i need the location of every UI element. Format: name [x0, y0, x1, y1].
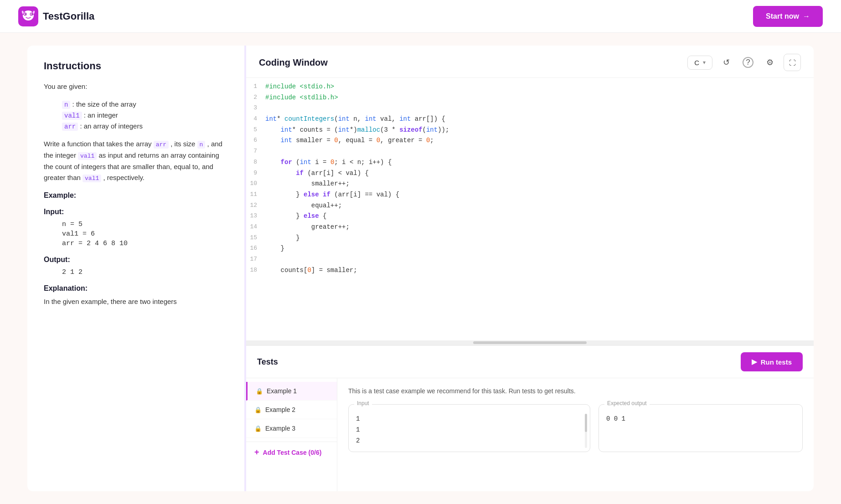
- code-line-9: 9 if (arr[i] < val) {: [246, 168, 814, 179]
- chevron-down-icon: ▾: [703, 59, 706, 66]
- code-line-18: 18 counts[0] = smaller;: [246, 265, 814, 276]
- input-line-arr: arr = 2 4 6 8 10: [62, 240, 228, 247]
- language-label: C: [694, 59, 699, 67]
- input-box: Input 112: [348, 404, 590, 452]
- code-line-16: 16 }: [246, 243, 814, 254]
- lock-icon-1: 🔒: [256, 388, 263, 395]
- code-line-7: 7: [246, 146, 814, 157]
- main-container: Instructions You are given: n : the size…: [27, 46, 814, 491]
- lock-icon-3: 🔒: [254, 425, 262, 432]
- example-label: Example:: [44, 191, 228, 200]
- play-icon: ▶: [752, 358, 757, 366]
- code-line-12: 12 equal++;: [246, 201, 814, 211]
- tests-header: Tests ▶ Run tests: [246, 346, 814, 378]
- run-tests-button[interactable]: ▶ Run tests: [741, 352, 803, 371]
- tests-title: Tests: [257, 357, 278, 367]
- code-line-15: 15 }: [246, 233, 814, 244]
- instructions-body: Write a function that takes the array ar…: [44, 139, 228, 183]
- code-line-1: 1 #include <stdio.h>: [246, 82, 814, 93]
- instructions-panel: Instructions You are given: n : the size…: [27, 46, 246, 491]
- lock-icon-2: 🔒: [254, 406, 262, 413]
- code-line-5: 5 int* counts = (int*)malloc(3 * sizeof(…: [246, 125, 814, 136]
- io-row: Input 112 Expected output 0 0 1: [348, 404, 803, 452]
- input-scrollbar[interactable]: [585, 414, 587, 448]
- code-line-17: 17: [246, 254, 814, 265]
- tests-section: Tests ▶ Run tests 🔒 Example 1 🔒 Example …: [246, 345, 814, 491]
- svg-point-7: [31, 14, 32, 15]
- test-cases-list: 🔒 Example 1 🔒 Example 2 🔒 Example 3 +: [246, 378, 337, 491]
- input-line-n: n = 5: [62, 221, 228, 228]
- test-case-label-2: Example 2: [265, 406, 295, 413]
- input-label: Input:: [44, 208, 228, 216]
- fullscreen-button[interactable]: ⛶: [784, 54, 801, 71]
- code-line-13: 13 } else {: [246, 211, 814, 222]
- instructions-title: Instructions: [44, 60, 228, 72]
- code-line-6: 6 int smaller = 0, equal = 0, greater = …: [246, 135, 814, 146]
- test-case-label-3: Example 3: [265, 425, 295, 432]
- code-line-14: 14 greater++;: [246, 222, 814, 233]
- help-icon: ?: [743, 57, 753, 68]
- logo-text: TestGorilla: [43, 10, 94, 22]
- expected-output-content: 0 0 1: [606, 414, 795, 425]
- test-case-label-1: Example 1: [267, 387, 297, 395]
- settings-icon: ⚙: [766, 57, 774, 67]
- arrow-right-icon: →: [803, 12, 810, 21]
- fullscreen-icon: ⛶: [789, 59, 796, 67]
- code-line-4: 4 int* countIntegers(int n, int val, int…: [246, 114, 814, 125]
- coding-window: Coding Window C ▾ ↺ ? ⚙: [246, 46, 814, 345]
- coding-header: Coding Window C ▾ ↺ ? ⚙: [246, 46, 814, 78]
- param-block: n : the size of the array val1 : an inte…: [62, 100, 228, 130]
- coding-title: Coding Window: [259, 57, 328, 68]
- test-detail: This is a test case example we recommend…: [337, 378, 814, 491]
- param-val1: val1 : an integer: [62, 111, 228, 119]
- settings-button[interactable]: ⚙: [762, 54, 778, 71]
- tests-body: 🔒 Example 1 🔒 Example 2 🔒 Example 3 +: [246, 378, 814, 491]
- coding-controls: C ▾ ↺ ? ⚙ ⛶: [687, 54, 801, 71]
- start-now-button[interactable]: Start now →: [753, 6, 823, 27]
- plus-icon: +: [254, 447, 259, 457]
- output-box: Expected output 0 0 1: [599, 404, 803, 452]
- test-case-item-1[interactable]: 🔒 Example 1: [246, 382, 337, 401]
- input-scrollbar-thumb: [585, 414, 587, 432]
- logo-icon: [18, 6, 38, 26]
- add-test-case-row[interactable]: + Add Test Case (0/6): [246, 442, 337, 463]
- expected-output-label: Expected output: [604, 400, 650, 406]
- refresh-icon: ↺: [723, 57, 730, 67]
- explanation-label: Explanation:: [44, 284, 228, 293]
- code-editor[interactable]: 1 #include <stdio.h> 2 #include <stdlib.…: [246, 78, 814, 340]
- logo-area: TestGorilla: [18, 6, 94, 26]
- refresh-button[interactable]: ↺: [718, 54, 734, 71]
- code-line-8: 8 for (int i = 0; i < n; i++) {: [246, 157, 814, 168]
- language-selector[interactable]: C ▾: [687, 56, 712, 70]
- input-line-val1: val1 = 6: [62, 230, 228, 238]
- add-test-case-label: Add Test Case (0/6): [263, 449, 322, 456]
- input-label: Input: [354, 400, 372, 406]
- code-line-10: 10 smaller++;: [246, 179, 814, 190]
- code-line-11: 11 } else if (arr[i] == val) {: [246, 190, 814, 201]
- output-label: Output:: [44, 256, 228, 264]
- code-line-3: 3: [246, 103, 814, 114]
- right-panel: Coding Window C ▾ ↺ ? ⚙: [246, 46, 814, 491]
- test-case-item-2[interactable]: 🔒 Example 2: [246, 401, 337, 419]
- output-example-block: 2 1 2: [62, 268, 228, 276]
- param-n: n : the size of the array: [62, 100, 228, 108]
- input-example-block: n = 5 val1 = 6 arr = 2 4 6 8 10: [62, 221, 228, 247]
- horizontal-scrollbar[interactable]: [246, 340, 814, 345]
- test-hint: This is a test case example we recommend…: [348, 386, 803, 396]
- input-content: 112: [356, 414, 583, 446]
- explanation-text: In the given example, there are two inte…: [44, 296, 228, 307]
- instructions-intro: You are given:: [44, 81, 228, 92]
- output-value: 2 1 2: [62, 268, 228, 276]
- start-now-label: Start now: [766, 12, 799, 21]
- help-button[interactable]: ?: [740, 54, 756, 71]
- header: TestGorilla Start now →: [0, 0, 841, 33]
- code-line-2: 2 #include <stdlib.h>: [246, 93, 814, 103]
- run-tests-label: Run tests: [761, 358, 792, 366]
- test-case-item-3[interactable]: 🔒 Example 3: [246, 419, 337, 438]
- param-arr: arr : an array of integers: [62, 122, 228, 130]
- svg-point-6: [25, 14, 26, 15]
- scrollbar-thumb-horizontal: [473, 341, 587, 344]
